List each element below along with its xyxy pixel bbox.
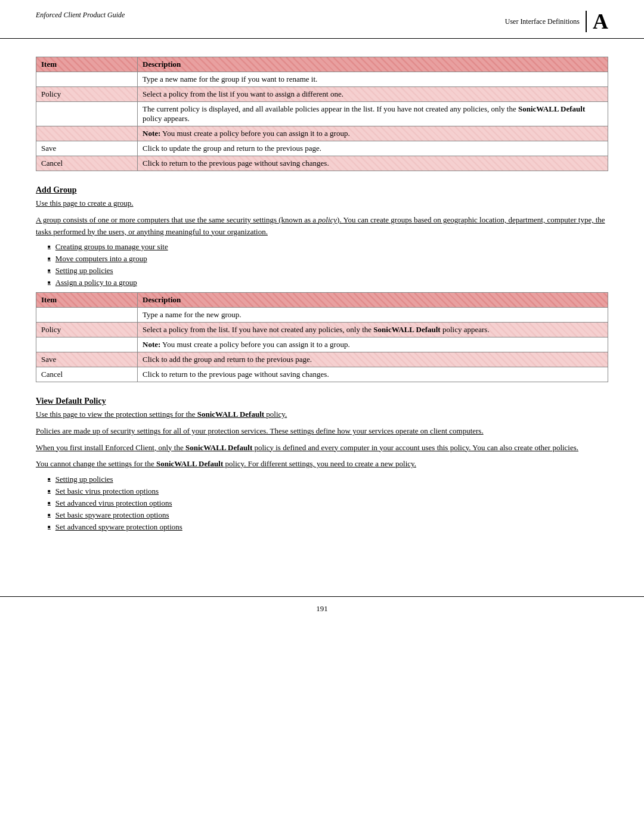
brand-sonicwall: SonicWALL Default — [518, 104, 585, 113]
add-group-links: Creating groups to manage your site Move… — [48, 242, 608, 287]
table2-row2-item: Policy — [36, 323, 138, 337]
list-item[interactable]: Set advanced virus protection options — [48, 498, 608, 508]
page-header: Enforced Client Product Guide User Inter… — [0, 0, 644, 39]
header-letter: A — [586, 11, 608, 32]
header-right-text: User Interface Definitions — [505, 17, 580, 26]
add-group-heading: Add Group — [36, 185, 608, 195]
table1-row4-item — [36, 126, 138, 141]
table1-row2-item: Policy — [36, 87, 138, 102]
table1-row4-desc: Note: You must create a policy before yo… — [138, 126, 608, 141]
table1-header-item: Item — [36, 57, 138, 72]
table2-row3-desc: Note: You must create a policy before yo… — [138, 337, 608, 352]
list-item[interactable]: Creating groups to manage your site — [48, 242, 608, 252]
table1-row5-desc: Click to update the group and return to … — [138, 141, 608, 156]
view-default-policy-subtitle: Use this page to view the protection set… — [36, 410, 608, 419]
page-content: Item Description Type a new name for the… — [0, 39, 644, 572]
table1-row2-desc: Select a policy from the list if you wan… — [138, 87, 608, 102]
table2-row3-item — [36, 337, 138, 352]
table2-row4-desc: Click to add the group and return to the… — [138, 352, 608, 367]
table2-row2-desc: Select a policy from the list. If you ha… — [138, 323, 608, 337]
table1-row1-item — [36, 72, 138, 87]
table2-note: Note: You must create a policy before yo… — [143, 340, 350, 349]
view-default-policy-links: Setting up policies Set basic virus prot… — [48, 475, 608, 532]
brand-sonicwall: SonicWALL Default — [156, 459, 223, 468]
table2-row5-desc: Click to return to the previous page wit… — [138, 367, 608, 382]
brand-sonicwall: SonicWALL Default — [373, 325, 440, 334]
table1-note: Note: You must create a policy before yo… — [143, 129, 350, 138]
table1-row3-item — [36, 102, 138, 126]
table-row: Policy Select a policy from the list. If… — [36, 323, 608, 337]
table2-row1-item — [36, 308, 138, 323]
view-default-policy-body3: You cannot change the settings for the S… — [36, 458, 608, 470]
table1-row6-desc: Click to return to the previous page wit… — [138, 156, 608, 171]
table-row: Type a new name for the group if you wan… — [36, 72, 608, 87]
view-default-policy-body1: Policies are made up of security setting… — [36, 425, 608, 437]
brand-sonicwall: SonicWALL Default — [185, 443, 252, 452]
table1-row3-desc: The current policy is displayed, and all… — [138, 102, 608, 126]
table2-row5-item: Cancel — [36, 367, 138, 382]
list-item[interactable]: Move computers into a group — [48, 254, 608, 264]
table-row: Cancel Click to return to the previous p… — [36, 367, 608, 382]
view-default-policy-body2: When you first install Enforced Client, … — [36, 442, 608, 454]
list-item[interactable]: Set basic spyware protection options — [48, 510, 608, 520]
table2-row1-desc: Type a name for the new group. — [138, 308, 608, 323]
table2-header-desc: Description — [138, 293, 608, 308]
edit-group-table: Item Description Type a new name for the… — [36, 57, 608, 171]
table-row: The current policy is displayed, and all… — [36, 102, 608, 126]
add-group-subtitle: Use this page to create a group. — [36, 199, 608, 208]
add-group-body: A group consists of one or more computer… — [36, 214, 608, 237]
table-row: Type a name for the new group. — [36, 308, 608, 323]
table1-header-desc: Description — [138, 57, 608, 72]
table-row: Save Click to add the group and return t… — [36, 352, 608, 367]
list-item[interactable]: Set basic virus protection options — [48, 487, 608, 496]
table-row: Save Click to update the group and retur… — [36, 141, 608, 156]
list-item[interactable]: Setting up policies — [48, 475, 608, 484]
table-row: Note: You must create a policy before yo… — [36, 337, 608, 352]
brand-sonicwall: SonicWALL Default — [197, 410, 264, 419]
table1-row1-desc: Type a new name for the group if you wan… — [138, 72, 608, 87]
page-number: 191 — [316, 604, 328, 613]
table-row: Policy Select a policy from the list if … — [36, 87, 608, 102]
header-right-area: User Interface Definitions A — [505, 11, 608, 32]
page-footer: 191 — [0, 596, 644, 614]
table-row: Cancel Click to return to the previous p… — [36, 156, 608, 171]
table-row: Note: You must create a policy before yo… — [36, 126, 608, 141]
add-group-table: Item Description Type a name for the new… — [36, 292, 608, 382]
table2-row4-item: Save — [36, 352, 138, 367]
list-item[interactable]: Set advanced spyware protection options — [48, 522, 608, 532]
list-item[interactable]: Setting up policies — [48, 266, 608, 275]
table1-row6-item: Cancel — [36, 156, 138, 171]
table1-row5-item: Save — [36, 141, 138, 156]
view-default-policy-heading: View Default Policy — [36, 397, 608, 406]
list-item[interactable]: Assign a policy to a group — [48, 278, 608, 287]
header-left-text: Enforced Client Product Guide — [36, 11, 125, 20]
table2-header-item: Item — [36, 293, 138, 308]
